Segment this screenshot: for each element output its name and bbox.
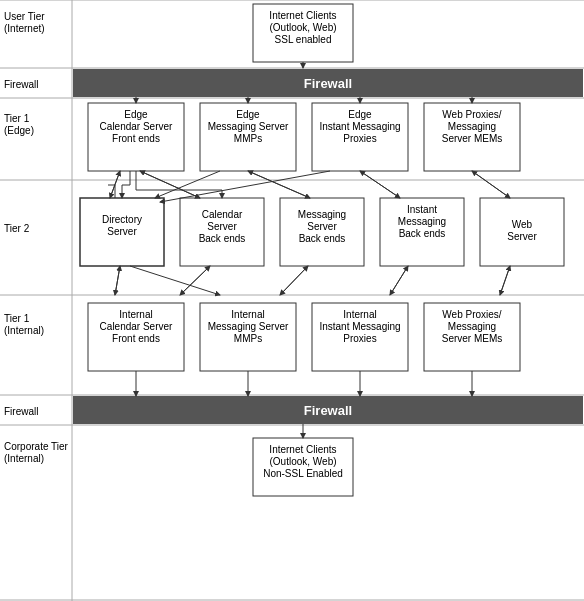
svg-text:Web: Web (512, 219, 533, 230)
svg-text:Edge: Edge (236, 109, 260, 120)
svg-text:Internal: Internal (231, 309, 264, 320)
svg-text:Server MEMs: Server MEMs (442, 333, 503, 344)
corporate-tier-label: Corporate Tier (4, 441, 69, 452)
svg-text:Instant Messaging: Instant Messaging (319, 321, 400, 332)
svg-text:Web Proxies/: Web Proxies/ (442, 309, 502, 320)
svg-text:Back ends: Back ends (199, 233, 246, 244)
svg-text:Back ends: Back ends (299, 233, 346, 244)
firewall-bottom-label: Firewall (4, 406, 38, 417)
svg-text:Messaging Server: Messaging Server (208, 321, 289, 332)
svg-text:Server: Server (507, 231, 537, 242)
svg-text:(Internet): (Internet) (4, 23, 45, 34)
svg-text:Directory: Directory (102, 214, 142, 225)
svg-text:(Internal): (Internal) (4, 453, 44, 464)
svg-text:Edge: Edge (348, 109, 372, 120)
tier2-label: Tier 2 (4, 223, 30, 234)
svg-text:Proxies: Proxies (343, 333, 376, 344)
firewall-bottom-bar: Firewall (304, 403, 352, 418)
svg-text:Messaging: Messaging (398, 216, 446, 227)
svg-text:Web Proxies/: Web Proxies/ (442, 109, 502, 120)
svg-text:Messaging Server: Messaging Server (208, 121, 289, 132)
svg-text:Messaging: Messaging (448, 321, 496, 332)
svg-text:SSL enabled: SSL enabled (275, 34, 332, 45)
svg-text:Calendar Server: Calendar Server (100, 321, 173, 332)
architecture-diagram: User Tier (Internet) Firewall Tier 1 (Ed… (0, 0, 584, 601)
svg-text:Server: Server (207, 221, 237, 232)
tier1-internal-label: Tier 1 (4, 313, 30, 324)
svg-text:Internet Clients: Internet Clients (269, 10, 336, 21)
svg-text:Non-SSL Enabled: Non-SSL Enabled (263, 468, 343, 479)
svg-text:(Outlook, Web): (Outlook, Web) (269, 22, 336, 33)
svg-text:Front ends: Front ends (112, 333, 160, 344)
svg-text:Instant Messaging: Instant Messaging (319, 121, 400, 132)
firewall-top-label: Firewall (4, 79, 38, 90)
svg-text:Calendar Server: Calendar Server (100, 121, 173, 132)
svg-text:Instant: Instant (407, 204, 437, 215)
svg-text:Edge: Edge (124, 109, 148, 120)
user-tier-label: User Tier (4, 11, 45, 22)
svg-text:MMPs: MMPs (234, 133, 262, 144)
svg-text:Internet Clients: Internet Clients (269, 444, 336, 455)
svg-text:Server MEMs: Server MEMs (442, 133, 503, 144)
tier1-edge-label: Tier 1 (4, 113, 30, 124)
svg-text:(Outlook, Web): (Outlook, Web) (269, 456, 336, 467)
svg-text:Front ends: Front ends (112, 133, 160, 144)
svg-text:Calendar: Calendar (202, 209, 243, 220)
svg-text:Proxies: Proxies (343, 133, 376, 144)
svg-text:Messaging: Messaging (298, 209, 346, 220)
svg-text:Messaging: Messaging (448, 121, 496, 132)
svg-text:Back ends: Back ends (399, 228, 446, 239)
svg-text:Internal: Internal (119, 309, 152, 320)
svg-text:(Internal): (Internal) (4, 325, 44, 336)
svg-text:Server: Server (107, 226, 137, 237)
svg-text:MMPs: MMPs (234, 333, 262, 344)
svg-text:Internal: Internal (343, 309, 376, 320)
svg-text:Server: Server (307, 221, 337, 232)
firewall-top-bar: Firewall (304, 76, 352, 91)
svg-text:(Edge): (Edge) (4, 125, 34, 136)
